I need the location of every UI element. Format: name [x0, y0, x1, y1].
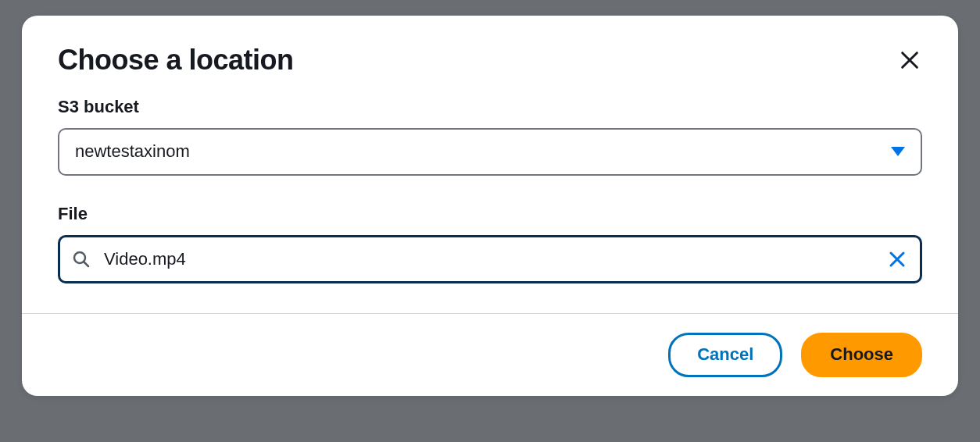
- bucket-select-wrap: newtestaxinom: [58, 128, 922, 176]
- modal-body: S3 bucket newtestaxinom File: [22, 97, 958, 313]
- close-button[interactable]: [897, 48, 922, 73]
- close-icon: [899, 49, 921, 73]
- clear-button[interactable]: [885, 247, 910, 272]
- choose-button[interactable]: Choose: [801, 333, 922, 376]
- bucket-selected-value: newtestaxinom: [75, 141, 190, 161]
- clear-icon: [888, 250, 907, 269]
- bucket-field-group: S3 bucket newtestaxinom: [58, 97, 922, 176]
- cancel-button[interactable]: Cancel: [668, 333, 782, 376]
- choose-location-modal: Choose a location S3 bucket newtestaxino…: [22, 16, 958, 396]
- modal-header: Choose a location: [22, 16, 958, 97]
- modal-footer: Cancel Choose: [22, 313, 958, 395]
- file-input[interactable]: [58, 235, 922, 284]
- file-label: File: [58, 204, 922, 224]
- bucket-label: S3 bucket: [58, 97, 922, 117]
- modal-title: Choose a location: [58, 44, 294, 77]
- file-search-wrap: [58, 235, 922, 284]
- file-field-group: File: [58, 204, 922, 284]
- bucket-select[interactable]: newtestaxinom: [58, 128, 922, 176]
